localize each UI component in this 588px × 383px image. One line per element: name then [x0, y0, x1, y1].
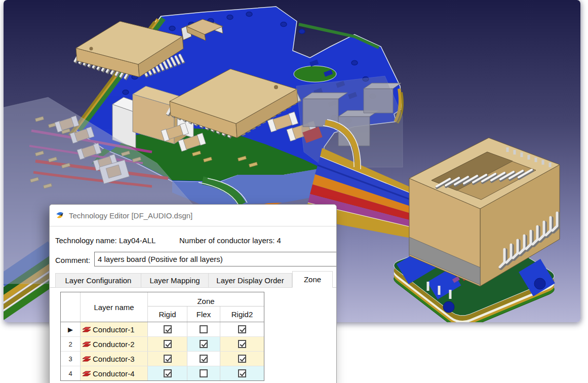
layer-name-cell: Conductor-2 [81, 337, 148, 351]
screenshot-root: Technology Editor [DF_AUDIO.dsgn] Techno… [0, 0, 588, 383]
zone-cell-rigid [148, 366, 187, 380]
zone-cell-flex [187, 352, 220, 366]
shielded-components-right [296, 76, 403, 167]
rigid-checkbox[interactable] [164, 369, 172, 377]
comment-input[interactable] [94, 252, 337, 266]
rigid2-checkbox[interactable] [238, 340, 246, 348]
table-row-conductor-3[interactable]: 3 Conductor-3 [61, 352, 264, 366]
rigid2-checkbox[interactable] [238, 369, 246, 377]
transparent-zone-sheet-right [296, 76, 403, 167]
zone-cell-rigid2 [220, 352, 264, 366]
tab-layer-display-order[interactable]: Layer Display Order [209, 273, 292, 288]
zone-cell-flex [187, 322, 220, 336]
flex-checkbox[interactable] [200, 340, 208, 348]
row-marker: ▶ [61, 322, 81, 336]
table-row-conductor-4[interactable]: 4 Conductor-4 [61, 366, 264, 380]
flex-checkbox[interactable] [200, 355, 208, 363]
tab-layer-configuration[interactable]: Layer Configuration [55, 273, 141, 288]
tab-layer-mapping[interactable]: Layer Mapping [141, 273, 209, 288]
flex-checkbox[interactable] [200, 369, 208, 377]
rigid-checkbox[interactable] [164, 325, 172, 333]
zone-group-header: Zone [148, 292, 264, 307]
technology-name-label: Technology name: Lay04-ALL [55, 236, 155, 245]
conductor-layer-icon [82, 341, 91, 348]
column-header-flex: Flex [187, 307, 220, 322]
zone-cell-rigid [148, 322, 187, 336]
zone-cell-flex [187, 366, 220, 380]
layer-name-cell: Conductor-1 [81, 322, 148, 336]
row-marker: 2 [61, 337, 81, 351]
tab-zone[interactable]: Zone [292, 271, 333, 288]
zone-cell-rigid [148, 352, 187, 366]
column-header-rigid: Rigid [148, 307, 187, 322]
conductor-layer-icon [82, 370, 91, 377]
conductor-layer-icon [82, 326, 91, 333]
flex-checkbox[interactable] [200, 325, 208, 333]
row-marker: 3 [61, 352, 81, 366]
rigid2-checkbox[interactable] [238, 325, 246, 333]
zone-cell-flex [187, 337, 220, 351]
zone-table-header: Layer name Zone Rigid Flex Rigid2 [61, 292, 264, 322]
rigid-checkbox[interactable] [164, 355, 172, 363]
rigid2-checkbox[interactable] [238, 355, 246, 363]
technology-editor-dialog: Technology Editor [DF_AUDIO.dsgn] Techno… [49, 204, 337, 383]
zone-table: Layer name Zone Rigid Flex Rigid2 ▶ Cond… [60, 292, 264, 381]
comment-label: Comment: [55, 256, 90, 264]
layer-name-column-header: Layer name [81, 292, 148, 322]
layer-name-cell: Conductor-4 [81, 366, 148, 380]
tab-bar: Layer Configuration Layer Mapping Layer … [55, 271, 333, 288]
conductor-layers-label: Number of conductor layers: 4 [179, 236, 281, 245]
row-header-corner [61, 292, 81, 322]
rigid-checkbox[interactable] [164, 340, 172, 348]
app-icon [55, 211, 64, 220]
table-row-conductor-1[interactable]: ▶ Conductor-1 [61, 322, 264, 337]
zone-cell-rigid2 [220, 337, 264, 351]
dialog-title-bar[interactable]: Technology Editor [DF_AUDIO.dsgn] [50, 205, 336, 226]
column-header-rigid2: Rigid2 [220, 307, 264, 322]
conductor-layer-icon [82, 356, 91, 362]
zone-cell-rigid [148, 337, 187, 351]
zone-cell-rigid2 [220, 322, 264, 336]
layer-name-cell: Conductor-3 [81, 352, 148, 366]
zone-cell-rigid2 [220, 366, 264, 380]
table-row-conductor-2[interactable]: 2 Conductor-2 [61, 337, 264, 352]
dialog-title: Technology Editor [DF_AUDIO.dsgn] [69, 211, 192, 220]
row-marker: 4 [61, 366, 81, 380]
